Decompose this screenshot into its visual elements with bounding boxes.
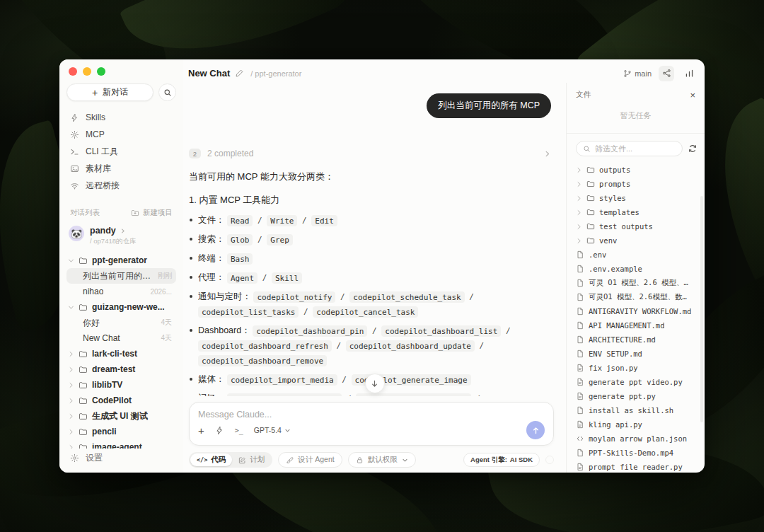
sidebar-item-cli-tools[interactable]: CLI 工具 [66, 143, 176, 160]
file-tree-file[interactable]: generate_ppt_video.py [576, 375, 699, 389]
file-tree-file[interactable]: ANTIGRAVITY_WORKFLOW.md [576, 304, 699, 318]
code-chip: codepilot_memory_recent [227, 393, 342, 397]
new-project-button[interactable]: 新建项目 [131, 208, 173, 218]
document-icon [576, 449, 584, 457]
scroll-to-bottom-button[interactable] [365, 374, 385, 393]
file-tree-file[interactable]: kling_api.py [576, 417, 699, 432]
sidebar-folder[interactable]: guizang-new-we... [66, 299, 176, 315]
sidebar-folder[interactable]: lark-cli-test [66, 346, 176, 362]
app-window: + 新对话 Skills MCP CLI 工具 素材库 远程桥接 对话列表 [59, 59, 705, 473]
edit-title-icon[interactable] [235, 69, 244, 78]
code-chip: Grep [267, 234, 293, 245]
chevron-right-icon [68, 398, 74, 404]
file-tree-file[interactable]: prompt_file_reader.py [576, 460, 699, 473]
sidebar-item-remote-bridge[interactable]: 远程桥接 [66, 177, 176, 194]
conversation-item[interactable]: nihao 2026... [66, 284, 176, 299]
file-tree-file[interactable]: ENV_SETUP.md [576, 347, 699, 361]
code-chip: codepilot_list_tasks [198, 306, 299, 318]
mode-toolbar: </> 代码 计划 设 [189, 452, 554, 468]
settings-label: 设置 [86, 452, 103, 464]
bar-chart-icon [685, 69, 694, 78]
file-tree-file[interactable]: fix_json.py [576, 361, 699, 375]
sidebar-folder[interactable]: pencli [66, 424, 176, 439]
file-tree-file[interactable]: PPT-Skills-Demo.mp4 [576, 446, 699, 460]
file-tree-file[interactable]: ARCHITECTURE.md [576, 332, 699, 347]
sidebar-item-assets[interactable]: 素材库 [66, 160, 176, 177]
tool-status-row[interactable]: 2 2 completed [189, 149, 551, 158]
permissions-button[interactable]: 默认权限 [348, 452, 416, 468]
window-controls [69, 67, 176, 76]
scrollbar[interactable] [700, 196, 703, 422]
file-tree-folder[interactable]: templates [576, 205, 699, 219]
sidebar-folder[interactable]: ppt-generator [66, 253, 176, 268]
file-tree-file[interactable]: moylan_arrow_plan.json [576, 432, 699, 446]
design-agent-button[interactable]: 设计 Agent [278, 452, 342, 468]
conversation-item[interactable]: 你好 4天 [66, 315, 176, 330]
message-input[interactable]: Message Claude... [198, 410, 545, 420]
refresh-icon[interactable] [688, 144, 698, 154]
file-tree-folder[interactable]: outputs [576, 163, 699, 177]
topbar: New Chat / ppt-generator main [183, 59, 705, 83]
file-tree-file[interactable]: API_MANAGEMENT.md [576, 318, 699, 332]
chevron-right-icon [576, 224, 582, 230]
sidebar-folder[interactable]: image-agent [66, 439, 176, 449]
file-tree-file[interactable]: generate_ppt.py [576, 389, 699, 403]
file-tree-folder[interactable]: venv [576, 233, 699, 248]
file-tree-folder[interactable]: styles [576, 191, 699, 205]
wifi-icon [70, 181, 79, 190]
sidebar-item-skills[interactable]: Skills [66, 109, 176, 126]
chevron-right-icon [68, 351, 74, 357]
file-tree-file[interactable]: .env [576, 248, 699, 262]
code-chip: codepilot_dashboard_list [381, 325, 501, 337]
terminal-icon [70, 147, 79, 156]
share-graph-button[interactable] [659, 66, 674, 81]
minimize-window-button[interactable] [83, 67, 91, 76]
sidebar-item-mcp[interactable]: MCP [66, 126, 176, 143]
mode-code-button[interactable]: </> 代码 [190, 453, 232, 466]
chevron-right-icon[interactable] [543, 150, 551, 158]
engine-label: Agent 引擎: [470, 456, 507, 465]
file-tree-file[interactable]: install_as_skill.sh [576, 403, 699, 417]
document-icon [576, 349, 584, 358]
stats-button[interactable] [681, 66, 697, 81]
close-icon[interactable]: × [690, 91, 695, 100]
terminal-icon[interactable]: >_ [235, 427, 243, 434]
search-button[interactable] [158, 83, 176, 101]
chevron-right-icon [576, 209, 582, 216]
arrow-down-icon [370, 379, 379, 388]
chevron-down-icon [402, 457, 408, 463]
capability-item: 代理： Agent / Skill [189, 270, 551, 285]
user-name: pandy [90, 226, 116, 236]
send-button[interactable] [526, 421, 545, 439]
sidebar-folder[interactable]: CodePilot [66, 393, 176, 408]
mode-plan-button[interactable]: 计划 [232, 453, 271, 466]
branch-selector[interactable]: main [623, 69, 652, 78]
model-selector[interactable]: GPT-5.4 [254, 426, 291, 434]
filter-files-input[interactable]: 筛选文件... [576, 141, 683, 156]
user-profile[interactable]: 🐼 pandy / op7418的仓库 [66, 226, 176, 246]
chevron-right-icon [576, 195, 582, 202]
document-icon [576, 406, 584, 415]
close-window-button[interactable] [69, 67, 77, 76]
settings-button[interactable]: 设置 [66, 449, 176, 467]
conversation-item[interactable]: 列出当前可用的所有 ... 刚刚 [66, 268, 176, 284]
message-list[interactable]: 列出当前可用的所有 MCP 2 2 completed 当前可用的 MCP 能力… [183, 83, 566, 396]
chat-list-section-title: 对话列表 [70, 208, 100, 218]
folder-plus-icon [131, 209, 139, 217]
new-project-label: 新建项目 [143, 208, 173, 218]
file-tree-file[interactable]: 可灵O1 模型、2.6模型、数… [576, 290, 699, 304]
file-tree-file[interactable]: 可灵 O1 模型、2.6 模型、… [576, 276, 699, 290]
folder-icon [79, 256, 88, 265]
file-tree-folder[interactable]: test_outputs [576, 219, 699, 233]
code-chip: codepilot_schedule_task [349, 291, 464, 303]
sidebar-folder[interactable]: dream-test [66, 362, 176, 377]
file-tree-folder[interactable]: prompts [576, 177, 699, 191]
lightning-icon[interactable] [215, 426, 224, 435]
attach-button[interactable]: + [198, 425, 204, 436]
new-chat-button[interactable]: + 新对话 [66, 83, 154, 101]
file-tree-file[interactable]: .env.example [576, 262, 699, 276]
conversation-item[interactable]: New Chat 4天 [66, 330, 176, 346]
sidebar-folder[interactable]: liblibTV [66, 377, 176, 393]
zoom-window-button[interactable] [97, 67, 105, 76]
sidebar-folder[interactable]: 生成式 UI 测试 [66, 408, 176, 424]
